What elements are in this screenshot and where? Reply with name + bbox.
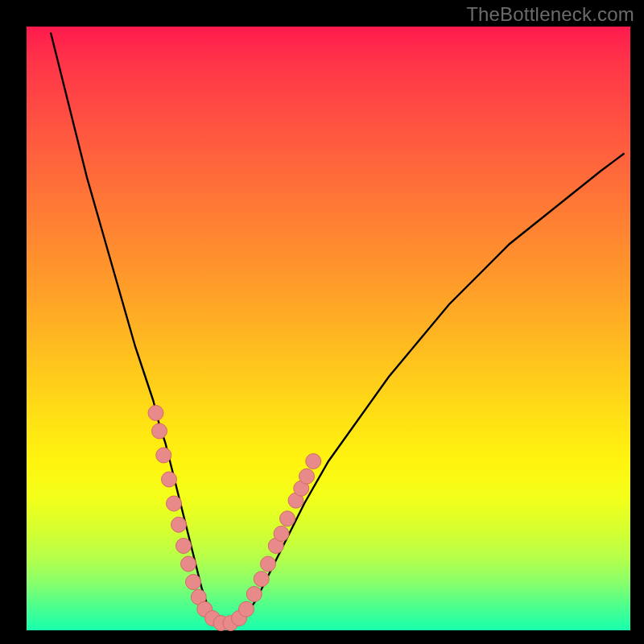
- highlight-dot: [280, 511, 295, 526]
- highlight-dot: [299, 469, 315, 484]
- highlight-dot: [152, 423, 167, 439]
- plot-area: [27, 27, 630, 630]
- highlight-dot: [148, 406, 163, 421]
- highlight-dot: [306, 454, 321, 469]
- highlight-dot: [261, 556, 276, 572]
- highlight-dot: [156, 448, 171, 463]
- highlight-dot: [254, 572, 269, 587]
- highlight-dot: [239, 601, 254, 617]
- highlight-dot: [246, 587, 262, 602]
- bottleneck-curve: [51, 33, 625, 628]
- chart-svg: [27, 27, 630, 630]
- highlight-dot: [176, 539, 192, 554]
- highlight-dot: [186, 575, 201, 590]
- highlight-dot: [181, 556, 196, 572]
- highlight-dots: [148, 406, 321, 631]
- highlight-dot: [274, 526, 289, 542]
- watermark-text: TheBottleneck.com: [466, 3, 634, 26]
- highlight-dot: [167, 496, 182, 511]
- highlight-dot: [162, 472, 177, 487]
- highlight-dot: [171, 517, 187, 532]
- chart-frame: TheBottleneck.com: [0, 0, 644, 644]
